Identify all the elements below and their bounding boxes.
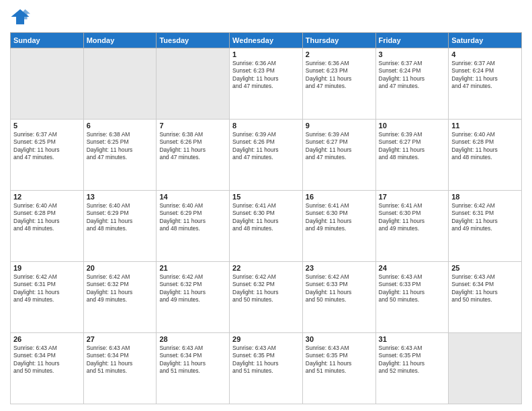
calendar-day-cell: 31Sunrise: 6:43 AM Sunset: 6:35 PM Dayli… <box>375 333 449 404</box>
day-number: 23 <box>306 264 373 272</box>
day-info: Sunrise: 6:40 AM Sunset: 6:29 PM Dayligh… <box>87 202 154 233</box>
day-number: 26 <box>13 335 81 343</box>
calendar-day-cell: 27Sunrise: 6:43 AM Sunset: 6:34 PM Dayli… <box>83 333 157 404</box>
day-number: 15 <box>232 193 300 201</box>
calendar-day-cell: 17Sunrise: 6:41 AM Sunset: 6:30 PM Dayli… <box>375 191 449 262</box>
calendar-day-cell: 11Sunrise: 6:40 AM Sunset: 6:28 PM Dayli… <box>449 120 522 191</box>
day-number: 24 <box>379 264 446 272</box>
page: SundayMondayTuesdayWednesdayThursdayFrid… <box>0 0 532 411</box>
calendar-day-header: Wednesday <box>230 33 303 48</box>
day-number: 19 <box>13 264 81 272</box>
calendar-day-header: Thursday <box>302 33 375 48</box>
calendar-week-row: 1Sunrise: 6:36 AM Sunset: 6:23 PM Daylig… <box>11 48 522 120</box>
day-number: 13 <box>87 193 154 201</box>
calendar-day-header: Saturday <box>449 33 522 48</box>
calendar-day-cell: 16Sunrise: 6:41 AM Sunset: 6:30 PM Dayli… <box>302 191 375 262</box>
day-info: Sunrise: 6:41 AM Sunset: 6:30 PM Dayligh… <box>379 202 446 233</box>
calendar-week-row: 5Sunrise: 6:37 AM Sunset: 6:25 PM Daylig… <box>11 120 522 191</box>
calendar-day-cell <box>11 48 84 120</box>
day-number: 17 <box>379 193 446 201</box>
day-number: 3 <box>379 50 446 58</box>
day-info: Sunrise: 6:41 AM Sunset: 6:30 PM Dayligh… <box>232 202 300 233</box>
day-info: Sunrise: 6:43 AM Sunset: 6:35 PM Dayligh… <box>232 345 300 375</box>
day-info: Sunrise: 6:43 AM Sunset: 6:34 PM Dayligh… <box>13 345 81 375</box>
calendar-day-cell: 28Sunrise: 6:43 AM Sunset: 6:34 PM Dayli… <box>157 333 230 404</box>
day-number: 7 <box>159 122 226 130</box>
calendar-day-cell: 9Sunrise: 6:39 AM Sunset: 6:27 PM Daylig… <box>302 120 375 191</box>
calendar-day-cell: 25Sunrise: 6:43 AM Sunset: 6:34 PM Dayli… <box>449 262 522 333</box>
day-number: 10 <box>379 122 446 130</box>
calendar-day-cell: 2Sunrise: 6:36 AM Sunset: 6:23 PM Daylig… <box>302 48 375 120</box>
day-info: Sunrise: 6:37 AM Sunset: 6:24 PM Dayligh… <box>379 60 446 91</box>
day-number: 18 <box>451 193 519 201</box>
day-number: 1 <box>232 50 300 58</box>
day-number: 30 <box>306 335 373 343</box>
calendar-day-header: Friday <box>375 33 449 48</box>
calendar-day-cell <box>83 48 157 120</box>
calendar-day-cell: 13Sunrise: 6:40 AM Sunset: 6:29 PM Dayli… <box>83 191 157 262</box>
calendar-day-cell: 23Sunrise: 6:42 AM Sunset: 6:33 PM Dayli… <box>302 262 375 333</box>
day-info: Sunrise: 6:43 AM Sunset: 6:34 PM Dayligh… <box>451 273 519 304</box>
day-info: Sunrise: 6:43 AM Sunset: 6:34 PM Dayligh… <box>159 345 226 375</box>
day-number: 16 <box>306 193 373 201</box>
calendar-day-cell: 7Sunrise: 6:38 AM Sunset: 6:26 PM Daylig… <box>157 120 230 191</box>
calendar-day-cell: 6Sunrise: 6:38 AM Sunset: 6:25 PM Daylig… <box>83 120 157 191</box>
day-number: 12 <box>13 193 81 201</box>
calendar-day-cell: 14Sunrise: 6:40 AM Sunset: 6:29 PM Dayli… <box>157 191 230 262</box>
calendar-day-cell: 26Sunrise: 6:43 AM Sunset: 6:34 PM Dayli… <box>11 333 84 404</box>
day-number: 2 <box>306 50 373 58</box>
calendar-day-cell: 15Sunrise: 6:41 AM Sunset: 6:30 PM Dayli… <box>230 191 303 262</box>
calendar-day-cell: 8Sunrise: 6:39 AM Sunset: 6:26 PM Daylig… <box>230 120 303 191</box>
calendar-day-cell: 1Sunrise: 6:36 AM Sunset: 6:23 PM Daylig… <box>230 48 303 120</box>
calendar-day-cell: 4Sunrise: 6:37 AM Sunset: 6:24 PM Daylig… <box>449 48 522 120</box>
day-number: 22 <box>232 264 300 272</box>
day-number: 27 <box>87 335 154 343</box>
calendar-day-cell: 21Sunrise: 6:42 AM Sunset: 6:32 PM Dayli… <box>157 262 230 333</box>
day-info: Sunrise: 6:40 AM Sunset: 6:29 PM Dayligh… <box>159 202 226 233</box>
day-info: Sunrise: 6:37 AM Sunset: 6:24 PM Dayligh… <box>451 60 519 91</box>
day-number: 29 <box>232 335 300 343</box>
day-info: Sunrise: 6:38 AM Sunset: 6:25 PM Dayligh… <box>87 131 154 162</box>
day-info: Sunrise: 6:38 AM Sunset: 6:26 PM Dayligh… <box>159 131 226 162</box>
day-info: Sunrise: 6:43 AM Sunset: 6:33 PM Dayligh… <box>379 273 446 304</box>
day-info: Sunrise: 6:40 AM Sunset: 6:28 PM Dayligh… <box>13 202 81 233</box>
day-info: Sunrise: 6:36 AM Sunset: 6:23 PM Dayligh… <box>306 60 373 91</box>
day-number: 5 <box>13 122 81 130</box>
calendar-day-cell: 18Sunrise: 6:42 AM Sunset: 6:31 PM Dayli… <box>449 191 522 262</box>
day-number: 20 <box>87 264 154 272</box>
day-info: Sunrise: 6:39 AM Sunset: 6:27 PM Dayligh… <box>306 131 373 162</box>
day-info: Sunrise: 6:43 AM Sunset: 6:34 PM Dayligh… <box>87 345 154 375</box>
header <box>10 7 522 27</box>
calendar-day-cell: 20Sunrise: 6:42 AM Sunset: 6:32 PM Dayli… <box>83 262 157 333</box>
calendar-week-row: 19Sunrise: 6:42 AM Sunset: 6:31 PM Dayli… <box>11 262 522 333</box>
day-info: Sunrise: 6:37 AM Sunset: 6:25 PM Dayligh… <box>13 131 81 162</box>
day-info: Sunrise: 6:36 AM Sunset: 6:23 PM Dayligh… <box>232 60 300 91</box>
day-info: Sunrise: 6:40 AM Sunset: 6:28 PM Dayligh… <box>451 131 519 162</box>
calendar-day-cell: 12Sunrise: 6:40 AM Sunset: 6:28 PM Dayli… <box>11 191 84 262</box>
day-info: Sunrise: 6:39 AM Sunset: 6:26 PM Dayligh… <box>232 131 300 162</box>
day-info: Sunrise: 6:42 AM Sunset: 6:32 PM Dayligh… <box>159 273 226 304</box>
day-number: 4 <box>451 50 519 58</box>
calendar-day-header: Sunday <box>11 33 84 48</box>
calendar-day-cell: 30Sunrise: 6:43 AM Sunset: 6:35 PM Dayli… <box>302 333 375 404</box>
day-number: 14 <box>159 193 226 201</box>
day-number: 6 <box>87 122 154 130</box>
day-info: Sunrise: 6:42 AM Sunset: 6:33 PM Dayligh… <box>306 273 373 304</box>
day-info: Sunrise: 6:42 AM Sunset: 6:31 PM Dayligh… <box>451 202 519 233</box>
day-number: 28 <box>159 335 226 343</box>
calendar-day-cell <box>157 48 230 120</box>
day-info: Sunrise: 6:39 AM Sunset: 6:27 PM Dayligh… <box>379 131 446 162</box>
calendar-header-row: SundayMondayTuesdayWednesdayThursdayFrid… <box>11 33 522 48</box>
day-number: 9 <box>306 122 373 130</box>
calendar-day-cell: 19Sunrise: 6:42 AM Sunset: 6:31 PM Dayli… <box>11 262 84 333</box>
logo-icon <box>10 7 30 27</box>
calendar-day-header: Tuesday <box>157 33 230 48</box>
calendar-day-cell: 10Sunrise: 6:39 AM Sunset: 6:27 PM Dayli… <box>375 120 449 191</box>
day-info: Sunrise: 6:42 AM Sunset: 6:32 PM Dayligh… <box>232 273 300 304</box>
calendar: SundayMondayTuesdayWednesdayThursdayFrid… <box>10 32 522 404</box>
day-number: 21 <box>159 264 226 272</box>
calendar-day-header: Monday <box>83 33 157 48</box>
day-number: 11 <box>451 122 519 130</box>
day-number: 25 <box>451 264 519 272</box>
calendar-day-cell: 24Sunrise: 6:43 AM Sunset: 6:33 PM Dayli… <box>375 262 449 333</box>
